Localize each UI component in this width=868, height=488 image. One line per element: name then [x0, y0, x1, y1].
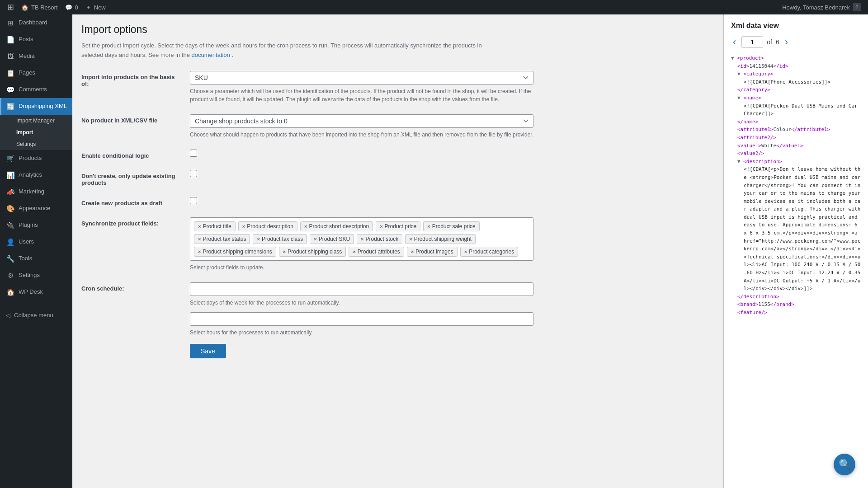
form-section-conditional: Enable conditional logic — [81, 150, 714, 159]
topbar: ⊞ 🏠 TB Resort 💬 0 ＋ New Howdy, Tomasz Be… — [0, 0, 868, 14]
xml-panel-title: Xml data view — [731, 22, 861, 30]
conditional-checkbox[interactable] — [190, 150, 197, 157]
xml-line: <![CDATA[Pocken Dual USB Mains and Car C… — [731, 102, 861, 118]
posts-icon: 📄 — [6, 35, 15, 44]
sidebar-label-pages: Pages — [19, 69, 35, 77]
xml-line: <feature/> — [731, 309, 861, 316]
appearance-icon: 🎨 — [6, 204, 15, 213]
sidebar-label-dropshipping: Dropshipping XML — [19, 102, 67, 110]
xml-page-input[interactable] — [741, 36, 763, 48]
home-icon: 🏠 — [21, 4, 28, 11]
comment-icon: 💬 — [65, 4, 72, 11]
collapse-icon: ◁ — [6, 311, 10, 319]
create-draft-checkbox[interactable] — [190, 197, 197, 204]
sync-tag: ×Product short description — [300, 221, 373, 231]
tag-remove[interactable]: × — [304, 224, 307, 229]
sidebar-label-media: Media — [19, 52, 34, 60]
xml-line: </description> — [731, 293, 861, 301]
tag-remove[interactable]: × — [314, 236, 316, 242]
create-draft-checkbox-row — [190, 197, 533, 204]
xml-line: <value2/> — [731, 150, 861, 158]
xml-line: <![CDATA[Phone Accessories]]> — [731, 78, 861, 86]
sidebar-item-appearance[interactable]: 🎨 Appearance — [0, 200, 72, 217]
sidebar-item-pages[interactable]: 📋 Pages — [0, 65, 72, 81]
wp-logo-item[interactable]: ⊞ — [4, 0, 18, 14]
sidebar-item-dropshipping[interactable]: 🔄 Dropshipping XML — [0, 98, 72, 115]
cron-control: Select days of the week for the processe… — [190, 282, 533, 358]
sidebar-item-settings[interactable]: ⚙ Settings — [0, 267, 72, 284]
sidebar-item-comments[interactable]: 💬 Comments — [0, 81, 72, 98]
tag-remove[interactable]: × — [464, 249, 467, 254]
sidebar-item-tools[interactable]: 🔧 Tools — [0, 250, 72, 267]
documentation-link[interactable]: documentation — [192, 52, 230, 58]
sidebar-item-marketing[interactable]: 📣 Marketing — [0, 183, 72, 200]
tag-remove[interactable]: × — [409, 236, 412, 242]
cron-days-hint: Select days of the week for the processe… — [190, 299, 533, 307]
user-greeting[interactable]: Howdy, Tomasz Bednarek ? — [778, 0, 864, 14]
tag-remove[interactable]: × — [198, 224, 201, 229]
submit-button[interactable]: Save — [190, 344, 226, 358]
cron-label: Cron schedule: — [81, 282, 181, 292]
cron-days-input[interactable] — [190, 282, 533, 296]
settings-icon: ⚙ — [6, 271, 15, 280]
collapse-menu[interactable]: ◁ Collapse menu — [0, 308, 72, 323]
cron-hours-input[interactable] — [190, 312, 533, 326]
no-product-select[interactable]: Change shop products stock to 0 Delete p… — [190, 114, 533, 128]
wpdesk-icon: 🏠 — [6, 287, 15, 297]
site-name[interactable]: 🏠 TB Resort — [18, 0, 61, 14]
import-basis-hint: Choose a parameter which will be used fo… — [190, 87, 533, 103]
import-basis-select[interactable]: SKU ID Name — [190, 71, 533, 84]
form-section-cron: Cron schedule: Select days of the week f… — [81, 282, 714, 358]
tools-icon: 🔧 — [6, 254, 15, 263]
sidebar-sub-import-manager[interactable]: Import Manager — [0, 115, 72, 127]
sidebar-item-plugins[interactable]: 🔌 Plugins — [0, 217, 72, 234]
tag-remove[interactable]: × — [198, 249, 201, 254]
sidebar-item-wpdesk[interactable]: 🏠 WP Desk — [0, 284, 72, 300]
sidebar-item-products[interactable]: 🛒 Products — [0, 150, 72, 167]
xml-line: </name> — [731, 118, 861, 126]
dont-create-checkbox[interactable] — [190, 170, 197, 177]
xml-line: ▼ <product> — [731, 54, 861, 62]
sidebar-label-posts: Posts — [19, 35, 33, 43]
sidebar-label-wpdesk: WP Desk — [19, 288, 43, 296]
page-title: Import options — [81, 23, 714, 36]
tag-remove[interactable]: × — [427, 224, 430, 229]
sidebar-item-dashboard[interactable]: ⊞ Dashboard — [0, 14, 72, 31]
sync-tag: ×Product description — [238, 221, 297, 231]
tag-remove[interactable]: × — [353, 249, 355, 254]
sync-tag: ×Product categories — [460, 247, 519, 257]
tag-remove[interactable]: × — [198, 236, 201, 242]
sidebar-sub-settings[interactable]: Settings — [0, 138, 72, 150]
xml-prev-button[interactable]: ‹ — [731, 36, 738, 48]
sidebar-item-posts[interactable]: 📄 Posts — [0, 31, 72, 48]
no-product-control: Change shop products stock to 0 Delete p… — [190, 114, 533, 139]
dashboard-icon: ⊞ — [6, 18, 15, 28]
new-item[interactable]: ＋ New — [82, 0, 109, 14]
tag-remove[interactable]: × — [283, 249, 286, 254]
fab-search[interactable]: 🔍 — [834, 454, 855, 475]
tag-remove[interactable]: × — [242, 224, 245, 229]
comments-item[interactable]: 💬 0 — [61, 0, 82, 14]
sidebar-label-settings: Settings — [19, 271, 40, 279]
tag-remove[interactable]: × — [380, 224, 382, 229]
xml-line: ▼ <category> — [731, 70, 861, 78]
sidebar-item-media[interactable]: 🖼 Media — [0, 48, 72, 65]
tag-remove[interactable]: × — [257, 236, 259, 242]
main-wrap: Help ▾ Import options Set the product im… — [72, 14, 868, 488]
sidebar-label-appearance: Appearance — [19, 204, 50, 212]
xml-line: <id>14115044</id> — [731, 62, 861, 70]
sidebar-item-analytics[interactable]: 📊 Analytics — [0, 167, 72, 183]
xml-next-button[interactable]: › — [783, 36, 790, 48]
xml-line: <attribute1>Colour</attribute1> — [731, 126, 861, 134]
conditional-checkbox-row — [190, 150, 533, 157]
sidebar-sub-import[interactable]: Import — [0, 127, 72, 138]
sync-tag: ×Product shipping dimensions — [194, 247, 276, 257]
dropshipping-icon: 🔄 — [6, 102, 15, 111]
form-section-no-product: No product in XML/CSV file Change shop p… — [81, 114, 714, 139]
sidebar-label-plugins: Plugins — [19, 221, 38, 229]
tag-remove[interactable]: × — [361, 236, 363, 242]
sync-tag: ×Product tax class — [253, 234, 307, 244]
sidebar-item-users[interactable]: 👤 Users — [0, 234, 72, 250]
tag-remove[interactable]: × — [411, 249, 414, 254]
sync-tag: ×Product tax status — [194, 234, 250, 244]
